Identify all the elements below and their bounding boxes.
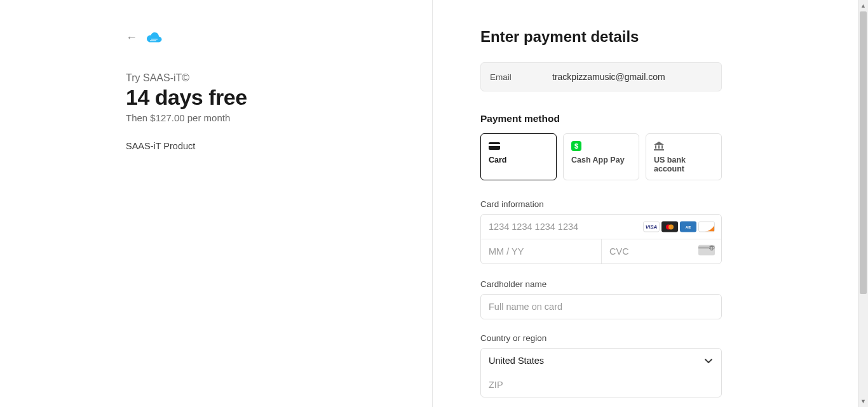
discover-icon bbox=[698, 222, 715, 232]
trial-label: Try SAAS-iT© bbox=[126, 72, 432, 84]
method-bank-label: US bank account bbox=[654, 156, 714, 173]
expiry-input[interactable] bbox=[481, 239, 601, 264]
email-label: Email bbox=[490, 72, 552, 82]
payment-method-tabs: Card $ Cash App Pay US bank account bbox=[480, 133, 722, 180]
price-subtext: Then $127.00 per month bbox=[126, 112, 432, 123]
summary-panel: ← Try SAAS-iT© 14 days free Then $127.00… bbox=[0, 0, 432, 407]
country-select[interactable]: United States bbox=[481, 349, 721, 373]
cardholder-label: Cardholder name bbox=[480, 279, 722, 289]
vertical-divider bbox=[432, 0, 433, 407]
country-input-group: United States bbox=[480, 348, 722, 397]
email-display: Email trackpizzamusic@gmail.com bbox=[480, 62, 722, 91]
svg-rect-3 bbox=[489, 144, 500, 146]
svg-text:AE: AE bbox=[686, 225, 691, 229]
svg-rect-0 bbox=[151, 39, 158, 39]
svg-rect-1 bbox=[150, 41, 156, 41]
card-icon bbox=[489, 140, 548, 152]
chevron-down-icon bbox=[705, 356, 712, 366]
email-value: trackpizzamusic@gmail.com bbox=[552, 72, 665, 82]
card-input-group: VISA AE bbox=[480, 214, 722, 264]
method-card[interactable]: Card bbox=[480, 133, 557, 180]
svg-point-11 bbox=[668, 224, 674, 229]
svg-text:123: 123 bbox=[709, 246, 715, 250]
svg-rect-9 bbox=[654, 149, 664, 150]
bank-icon bbox=[654, 140, 714, 152]
scrollbar-thumb[interactable] bbox=[860, 11, 867, 294]
payment-method-title: Payment method bbox=[480, 113, 722, 124]
page-title: Enter payment details bbox=[480, 28, 722, 46]
visa-icon: VISA bbox=[643, 222, 660, 232]
svg-rect-6 bbox=[655, 145, 656, 149]
country-value: United States bbox=[489, 356, 544, 366]
back-arrow-icon[interactable]: ← bbox=[126, 32, 137, 43]
cardholder-input[interactable] bbox=[481, 295, 721, 319]
mastercard-icon bbox=[661, 222, 678, 232]
cvc-icon: 123 bbox=[698, 245, 715, 258]
method-bank[interactable]: US bank account bbox=[646, 133, 722, 180]
svg-rect-8 bbox=[661, 145, 663, 149]
cashapp-icon: $ bbox=[571, 140, 631, 152]
price-headline: 14 days free bbox=[126, 85, 432, 110]
scrollbar[interactable]: ▲ ▼ bbox=[858, 0, 868, 407]
payment-panel: Enter payment details Email trackpizzamu… bbox=[432, 0, 868, 407]
card-info-label: Card information bbox=[480, 199, 722, 209]
country-label: Country or region bbox=[480, 333, 722, 343]
method-cashapp-label: Cash App Pay bbox=[571, 156, 631, 164]
card-brand-icons: VISA AE bbox=[643, 222, 715, 232]
zip-input[interactable] bbox=[481, 373, 721, 397]
svg-text:$: $ bbox=[574, 142, 578, 150]
product-name: SAAS-iT Product bbox=[126, 141, 432, 151]
svg-rect-7 bbox=[658, 145, 660, 149]
method-cashapp[interactable]: $ Cash App Pay bbox=[563, 133, 639, 180]
scroll-up-icon[interactable]: ▲ bbox=[858, 1, 868, 11]
scroll-down-icon[interactable]: ▼ bbox=[858, 396, 868, 406]
brand-cloud-icon bbox=[146, 32, 163, 43]
method-card-label: Card bbox=[489, 156, 548, 164]
amex-icon: AE bbox=[680, 222, 696, 232]
